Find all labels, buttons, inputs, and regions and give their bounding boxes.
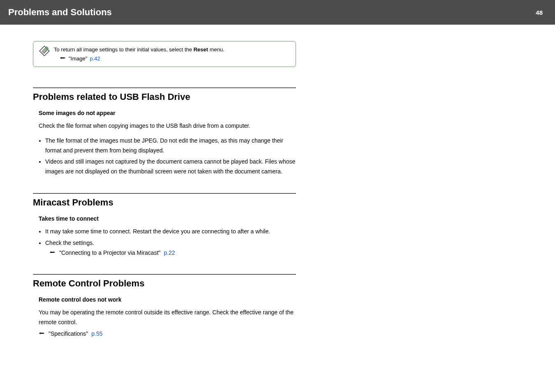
tip-link-page[interactable]: p.42 [90,55,100,63]
pointer-icon [39,329,45,339]
subhead-miracast: Takes time to connect [33,215,296,222]
svg-line-2 [43,49,47,53]
list-item-text: Check the settings. [45,240,94,246]
list-item: Check the settings. "Connecting to a Pro… [45,238,296,258]
tip-text-bold: Reset [194,46,208,53]
list-item: The file format of the images must be JP… [45,136,296,156]
list-item: Videos and still images not captured by … [45,157,296,177]
page-title: Problems and Solutions [8,7,112,18]
crossref-label: "Connecting to a Projector via Miracast" [59,248,161,258]
subhead-remote: Remote control does not work [33,296,296,303]
tip-text-before: To return all image settings to their in… [54,46,194,53]
bullets-usb: The file format of the images must be JP… [33,136,296,177]
pointer-icon [60,55,66,63]
content-area: To return all image settings to their in… [0,25,296,339]
tip-icon [39,46,50,62]
para-usb: Check the file format when copying image… [33,121,296,131]
crossref-page-link[interactable]: p.22 [164,248,175,258]
crossref-miracast: "Connecting to a Projector via Miracast"… [49,248,296,258]
pointer-icon [49,248,56,258]
section-title-remote: Remote Control Problems [33,278,296,289]
tip-text: To return all image settings to their in… [54,46,224,62]
tip-text-after: menu. [208,46,224,53]
crossref-page-link[interactable]: p.55 [91,329,102,339]
header-bar: Problems and Solutions 48 [0,0,555,25]
tip-box: To return all image settings to their in… [33,41,296,67]
divider [33,274,296,275]
tip-crossref: "Image" p.42 [60,55,224,63]
crossref-remote: "Specifications" p.55 [33,329,296,339]
section-title-miracast: Miracast Problems [33,197,296,208]
tip-link-label: "Image" [69,55,87,63]
bullets-miracast: It may take some time to connect. Restar… [33,227,296,258]
crossref-label: "Specifications" [49,329,88,339]
divider [33,88,296,88]
subhead-usb: Some images do not appear [33,110,296,116]
list-item: It may take some time to connect. Restar… [45,227,296,237]
para-remote: You may be operating the remote control … [33,308,296,327]
section-title-usb: Problems related to USB Flash Drive [33,92,296,102]
page-number: 48 [536,9,543,16]
divider [33,193,296,194]
